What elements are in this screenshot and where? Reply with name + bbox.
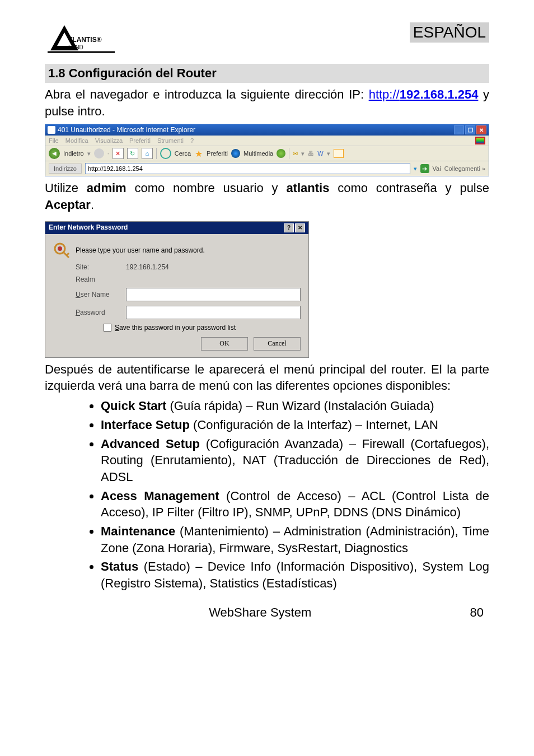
save-password-label: Save this password in your password list — [115, 324, 236, 332]
language-label: ESPAÑOL — [410, 22, 489, 43]
dialog-close-button[interactable]: ✕ — [295, 223, 305, 232]
forward-button-icon[interactable] — [94, 148, 104, 158]
ie-menubar: File Modifica Visualizza Preferiti Strum… — [45, 136, 489, 146]
menu-file[interactable]: File — [49, 137, 59, 144]
list-item: Advanced Setup (Cofiguración Avanzada) –… — [101, 436, 489, 486]
site-label: Site: — [76, 263, 120, 271]
minimize-button[interactable]: _ — [454, 125, 464, 134]
search-icon[interactable] — [160, 148, 171, 159]
back-label[interactable]: Indietro — [63, 150, 84, 157]
favorites-label[interactable]: Preferiti — [207, 150, 228, 157]
search-label[interactable]: Cerca — [175, 150, 191, 157]
brand-logo: TLANTIS® LAND — [45, 22, 118, 56]
password-label: Password — [76, 309, 120, 316]
username-input[interactable] — [126, 288, 301, 301]
intro-text: Abra el navegador e introduzca la siguie… — [45, 87, 369, 101]
address-input[interactable] — [85, 163, 410, 174]
page-number: 80 — [470, 605, 484, 620]
svg-point-6 — [58, 246, 62, 251]
dialog-instruction: Please type your user name and password. — [76, 246, 205, 254]
svg-text:TLANTIS®: TLANTIS® — [68, 36, 102, 44]
print-icon[interactable]: 🖶 — [308, 150, 314, 157]
ie-title-text: 401 Unauthorized - Microsoft Internet Ex… — [58, 126, 195, 134]
key-icon — [53, 242, 70, 259]
menu-modifica[interactable]: Modifica — [65, 137, 88, 144]
menu-options-list: Quick Start (Guía rápida) – Run Wizard (… — [45, 398, 489, 592]
list-item: Quick Start (Guía rápida) – Run Wizard (… — [101, 398, 489, 414]
menu-help[interactable]: ? — [190, 137, 194, 144]
favorites-star-icon[interactable]: ★ — [194, 149, 203, 158]
maximize-button[interactable]: ❐ — [465, 125, 475, 134]
ie-window: 401 Unauthorized - Microsoft Internet Ex… — [45, 124, 489, 176]
site-value: 192.168.1.254 — [126, 263, 169, 271]
intro-paragraph: Abra el navegador e introduzca la siguie… — [45, 86, 489, 119]
menu-strumenti[interactable]: Strumenti — [157, 137, 184, 144]
realm-label: Realm — [76, 276, 120, 283]
media-label[interactable]: Multimedia — [243, 150, 273, 157]
after-auth-paragraph: Después de autentificarse le aparecerá e… — [45, 361, 489, 394]
dialog-title: Enter Network Password — [49, 223, 128, 232]
menu-preferiti[interactable]: Preferiti — [129, 137, 151, 144]
footer-product: WebShare System — [209, 605, 311, 620]
checkbox-box-icon[interactable] — [104, 324, 111, 332]
menu-visualizza[interactable]: Visualizza — [95, 137, 123, 144]
refresh-button-icon[interactable]: ↻ — [127, 148, 138, 159]
go-label[interactable]: Vai — [433, 165, 441, 172]
list-item: Maintenance (Mantenimiento) – Administra… — [101, 523, 489, 556]
dialog-help-button[interactable]: ? — [284, 223, 294, 232]
windows-flag-icon — [475, 137, 485, 144]
list-item: Acess Management (Control de Acceso) – A… — [101, 488, 489, 521]
dialog-titlebar: Enter Network Password ? ✕ — [45, 222, 308, 234]
media-icon[interactable] — [231, 149, 240, 158]
edit-icon[interactable]: W — [317, 150, 323, 157]
ie-app-icon — [48, 126, 55, 134]
svg-line-8 — [67, 253, 69, 255]
address-label: Indirizzo — [49, 164, 82, 174]
svg-text:LAND: LAND — [68, 44, 83, 50]
go-button-icon[interactable]: ➔ — [420, 164, 429, 173]
password-input[interactable] — [126, 306, 301, 319]
discuss-icon[interactable] — [334, 149, 344, 158]
ie-toolbar: ◄ Indietro ▾ · ✕ ↻ ⌂ Cerca ★ Preferiti M… — [45, 146, 489, 161]
password-dialog: Enter Network Password ? ✕ Please type y… — [45, 221, 309, 358]
list-item: Interface Setup (Configuración de la Int… — [101, 417, 489, 433]
username-label: User Name — [76, 291, 120, 298]
cancel-button[interactable]: Cancel — [254, 337, 301, 351]
close-button[interactable]: ✕ — [476, 125, 486, 134]
save-password-checkbox[interactable]: Save this password in your password list — [104, 324, 301, 332]
list-item: Status (Estado) – Device Info (Informaci… — [101, 558, 489, 591]
back-button-icon[interactable]: ◄ — [49, 148, 60, 159]
section-title: 1.8 Configuración del Router — [45, 64, 489, 83]
links-label[interactable]: Collegamenti » — [444, 165, 485, 172]
ie-address-bar: Indirizzo ▾ ➔ Vai Collegamenti » — [45, 161, 489, 176]
history-icon[interactable] — [277, 149, 285, 158]
ie-titlebar: 401 Unauthorized - Microsoft Internet Ex… — [45, 124, 489, 136]
home-button-icon[interactable]: ⌂ — [142, 148, 153, 159]
stop-button-icon[interactable]: ✕ — [113, 148, 124, 159]
mail-icon[interactable]: ✉ — [293, 150, 298, 157]
router-url-link[interactable]: http://192.168.1.254 — [369, 87, 479, 101]
credentials-paragraph: Utilize admim como nombre usuario y atla… — [45, 180, 489, 213]
ok-button[interactable]: OK — [201, 337, 248, 351]
